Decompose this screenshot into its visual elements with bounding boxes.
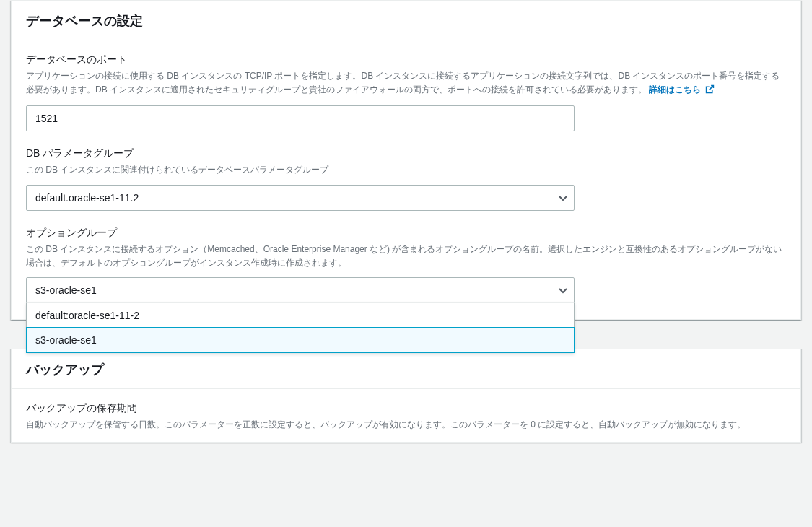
- panel-title-database-settings: データベースの設定: [26, 12, 786, 30]
- learn-more-link[interactable]: 詳細はこちら: [649, 84, 714, 95]
- option-group-selected-value: s3-oracle-se1: [35, 284, 97, 296]
- field-backup-retention: バックアップの保存期間 自動バックアップを保管する日数。このパラメーターを正数に…: [26, 402, 786, 432]
- learn-more-text: 詳細はこちら: [649, 84, 701, 95]
- parameter-group-label: DB パラメータグループ: [26, 147, 786, 160]
- database-port-label: データベースのポート: [26, 53, 786, 66]
- parameter-group-description: この DB インスタンスに関連付けられているデータベースパラメータグループ: [26, 163, 786, 177]
- backup-panel: バックアップ バックアップの保存期間 自動バックアップを保管する日数。このパラメ…: [11, 349, 801, 443]
- option-group-select-wrap: s3-oracle-se1 default:oracle-se1-11-2 s3…: [26, 277, 575, 303]
- option-group-label: オプショングループ: [26, 227, 786, 240]
- panel-header: データベースの設定: [12, 1, 800, 40]
- parameter-group-select[interactable]: default.oracle-se1-11.2: [26, 185, 575, 211]
- dropdown-option[interactable]: default:oracle-se1-11-2: [27, 303, 574, 328]
- backup-retention-description: 自動バックアップを保管する日数。このパラメーターを正数に設定すると、バックアップ…: [26, 418, 786, 432]
- database-port-input[interactable]: [26, 105, 575, 131]
- option-group-select[interactable]: s3-oracle-se1: [26, 277, 575, 303]
- parameter-group-select-wrap: default.oracle-se1-11.2: [26, 185, 575, 211]
- panel-body: データベースのポート アプリケーションの接続に使用する DB インスタンスの T…: [12, 40, 800, 319]
- field-database-port: データベースのポート アプリケーションの接続に使用する DB インスタンスの T…: [26, 53, 786, 131]
- field-option-group: オプショングループ この DB インスタンスに接続するオプション（Memcach…: [26, 227, 786, 303]
- panel-body: バックアップの保存期間 自動バックアップを保管する日数。このパラメーターを正数に…: [12, 389, 800, 442]
- backup-retention-label: バックアップの保存期間: [26, 402, 786, 415]
- option-group-dropdown: default:oracle-se1-11-2 s3-oracle-se1: [26, 302, 575, 353]
- dropdown-option-highlighted[interactable]: s3-oracle-se1: [26, 327, 575, 353]
- field-parameter-group: DB パラメータグループ この DB インスタンスに関連付けられているデータベー…: [26, 147, 786, 210]
- database-port-description: アプリケーションの接続に使用する DB インスタンスの TCP/IP ポートを指…: [26, 69, 786, 98]
- parameter-group-selected-value: default.oracle-se1-11.2: [35, 192, 139, 204]
- external-link-icon: [705, 84, 715, 98]
- panel-header: バックアップ: [12, 349, 800, 389]
- option-group-description: この DB インスタンスに接続するオプション（Memcached、Oracle …: [26, 243, 786, 270]
- database-settings-panel: データベースの設定 データベースのポート アプリケーションの接続に使用する DB…: [11, 0, 801, 320]
- panel-title-backup: バックアップ: [26, 361, 786, 378]
